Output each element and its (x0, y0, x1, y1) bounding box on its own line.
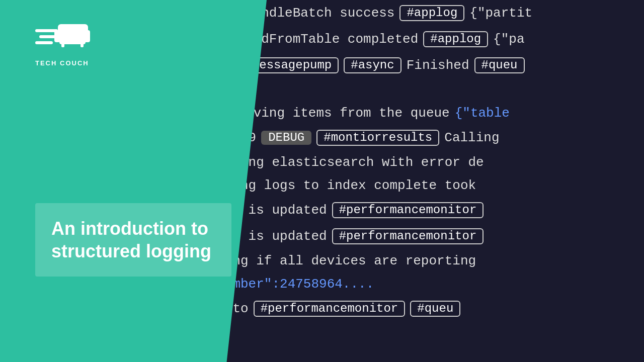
code-line-2: EBUG ReadFromTable completed #applog {"p… (201, 26, 634, 52)
tag-queu-1: #queu (474, 57, 525, 73)
tag-queu-2: #queu (410, 301, 460, 317)
svg-rect-7 (61, 42, 64, 47)
title-text: An introduction to structured logging (51, 217, 215, 262)
tag-perf-1: #performancemonitor (332, 202, 484, 218)
code-line-11: esting if all devices are reporting (201, 249, 634, 273)
tag-async: #async (344, 57, 401, 73)
code-line-8: pdating logs to index complete took (201, 174, 634, 197)
brand-name: TECH COUCH (35, 59, 89, 67)
code-line-5: UG Removing items from the queue {"table (201, 102, 634, 125)
tag-montiorresults: #montiorresults (316, 130, 439, 146)
code-line-4: "com... (201, 78, 634, 102)
logo-icon (35, 20, 91, 55)
partial-2: {"pa (493, 33, 524, 46)
partial-5: {"table (455, 107, 510, 120)
code-line-12: "MNumber":24758964.... (201, 273, 634, 296)
msg-1: HandleBatch success (246, 7, 394, 20)
code-line-9: evice is updated #performancemonitor (201, 197, 634, 223)
code-line-13: nal to #performancemonitor #queu (201, 296, 634, 322)
code-line-10: evice is updated #performancemonitor (201, 223, 634, 249)
code-line-7: ppending elasticsearch with error de (201, 151, 634, 174)
partial-1: {"partit (469, 7, 532, 20)
calling-text: Calling (444, 131, 499, 144)
msg-2: ReadFromTable completed (237, 33, 418, 46)
debug-badge-6: DEBUG (261, 131, 311, 145)
tag-perf-2: #performancemonitor (332, 228, 484, 244)
svg-rect-8 (80, 42, 84, 47)
svg-rect-2 (35, 41, 53, 44)
msg-11: esting if all devices are reporting (201, 254, 476, 267)
title-box: An introduction to structured logging (35, 203, 231, 277)
code-line-3: EBUG #messagepump #async Finished #queu (201, 52, 634, 78)
code-line-6: er_IN_9 DEBUG #montiorresults Calling (201, 125, 634, 151)
finished-text: Finished (407, 59, 469, 72)
left-panel: TECH COUCH An introduction to structured… (0, 0, 267, 362)
tag-applog-1: #applog (399, 5, 464, 21)
title-line1: An introduction to (51, 218, 208, 239)
tag-applog-2: #applog (423, 31, 488, 47)
logo-area: TECH COUCH (35, 20, 91, 67)
tag-perf-3: #performancemonitor (254, 301, 406, 317)
msg-5: Removing items from the queue (222, 107, 449, 120)
title-line2: structured logging (51, 241, 211, 261)
